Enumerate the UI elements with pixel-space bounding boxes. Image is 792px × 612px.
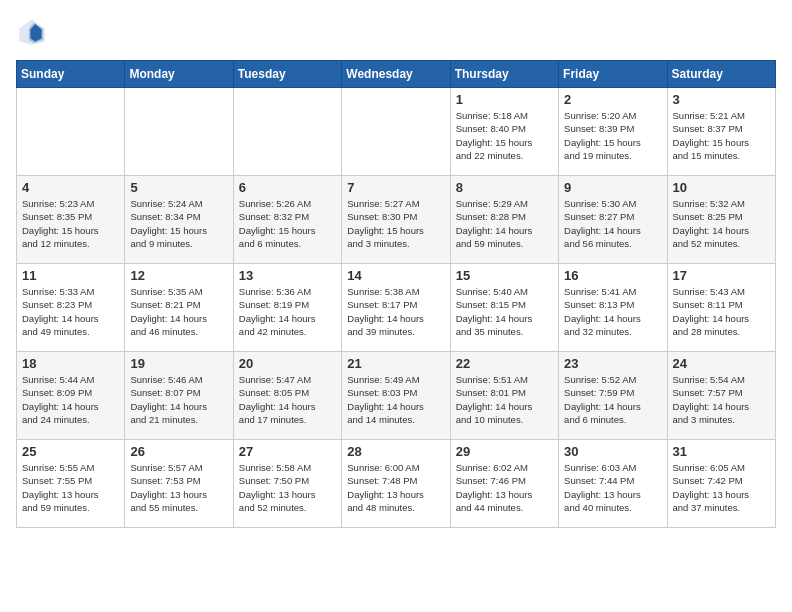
header-day: Monday xyxy=(125,61,233,88)
page-header xyxy=(16,16,776,48)
header-day: Wednesday xyxy=(342,61,450,88)
day-info: Sunrise: 5:38 AM Sunset: 8:17 PM Dayligh… xyxy=(347,285,444,338)
calendar-header: SundayMondayTuesdayWednesdayThursdayFrid… xyxy=(17,61,776,88)
calendar-cell: 6Sunrise: 5:26 AM Sunset: 8:32 PM Daylig… xyxy=(233,176,341,264)
day-info: Sunrise: 5:35 AM Sunset: 8:21 PM Dayligh… xyxy=(130,285,227,338)
calendar-cell: 19Sunrise: 5:46 AM Sunset: 8:07 PM Dayli… xyxy=(125,352,233,440)
day-number: 26 xyxy=(130,444,227,459)
day-number: 13 xyxy=(239,268,336,283)
day-number: 31 xyxy=(673,444,770,459)
calendar-cell xyxy=(342,88,450,176)
day-number: 4 xyxy=(22,180,119,195)
calendar-cell: 24Sunrise: 5:54 AM Sunset: 7:57 PM Dayli… xyxy=(667,352,775,440)
calendar-cell: 4Sunrise: 5:23 AM Sunset: 8:35 PM Daylig… xyxy=(17,176,125,264)
day-number: 25 xyxy=(22,444,119,459)
day-number: 2 xyxy=(564,92,661,107)
day-info: Sunrise: 6:00 AM Sunset: 7:48 PM Dayligh… xyxy=(347,461,444,514)
header-row: SundayMondayTuesdayWednesdayThursdayFrid… xyxy=(17,61,776,88)
day-number: 17 xyxy=(673,268,770,283)
calendar-cell xyxy=(233,88,341,176)
day-info: Sunrise: 5:41 AM Sunset: 8:13 PM Dayligh… xyxy=(564,285,661,338)
day-number: 8 xyxy=(456,180,553,195)
day-number: 27 xyxy=(239,444,336,459)
day-info: Sunrise: 5:58 AM Sunset: 7:50 PM Dayligh… xyxy=(239,461,336,514)
calendar-cell: 15Sunrise: 5:40 AM Sunset: 8:15 PM Dayli… xyxy=(450,264,558,352)
day-info: Sunrise: 5:36 AM Sunset: 8:19 PM Dayligh… xyxy=(239,285,336,338)
day-info: Sunrise: 6:05 AM Sunset: 7:42 PM Dayligh… xyxy=(673,461,770,514)
day-info: Sunrise: 5:55 AM Sunset: 7:55 PM Dayligh… xyxy=(22,461,119,514)
day-info: Sunrise: 5:21 AM Sunset: 8:37 PM Dayligh… xyxy=(673,109,770,162)
day-info: Sunrise: 5:49 AM Sunset: 8:03 PM Dayligh… xyxy=(347,373,444,426)
calendar-cell: 7Sunrise: 5:27 AM Sunset: 8:30 PM Daylig… xyxy=(342,176,450,264)
day-number: 7 xyxy=(347,180,444,195)
calendar-week: 18Sunrise: 5:44 AM Sunset: 8:09 PM Dayli… xyxy=(17,352,776,440)
day-info: Sunrise: 5:20 AM Sunset: 8:39 PM Dayligh… xyxy=(564,109,661,162)
header-day: Friday xyxy=(559,61,667,88)
day-number: 22 xyxy=(456,356,553,371)
day-number: 12 xyxy=(130,268,227,283)
calendar-cell: 20Sunrise: 5:47 AM Sunset: 8:05 PM Dayli… xyxy=(233,352,341,440)
day-number: 5 xyxy=(130,180,227,195)
day-number: 16 xyxy=(564,268,661,283)
day-info: Sunrise: 5:32 AM Sunset: 8:25 PM Dayligh… xyxy=(673,197,770,250)
day-number: 28 xyxy=(347,444,444,459)
calendar-cell: 13Sunrise: 5:36 AM Sunset: 8:19 PM Dayli… xyxy=(233,264,341,352)
day-number: 14 xyxy=(347,268,444,283)
day-info: Sunrise: 5:47 AM Sunset: 8:05 PM Dayligh… xyxy=(239,373,336,426)
day-number: 30 xyxy=(564,444,661,459)
day-number: 10 xyxy=(673,180,770,195)
calendar-cell: 26Sunrise: 5:57 AM Sunset: 7:53 PM Dayli… xyxy=(125,440,233,528)
day-number: 9 xyxy=(564,180,661,195)
calendar-week: 4Sunrise: 5:23 AM Sunset: 8:35 PM Daylig… xyxy=(17,176,776,264)
day-info: Sunrise: 5:23 AM Sunset: 8:35 PM Dayligh… xyxy=(22,197,119,250)
day-info: Sunrise: 5:52 AM Sunset: 7:59 PM Dayligh… xyxy=(564,373,661,426)
day-info: Sunrise: 5:40 AM Sunset: 8:15 PM Dayligh… xyxy=(456,285,553,338)
day-number: 20 xyxy=(239,356,336,371)
calendar-cell: 3Sunrise: 5:21 AM Sunset: 8:37 PM Daylig… xyxy=(667,88,775,176)
header-day: Sunday xyxy=(17,61,125,88)
logo-icon xyxy=(16,16,48,48)
calendar-cell: 10Sunrise: 5:32 AM Sunset: 8:25 PM Dayli… xyxy=(667,176,775,264)
calendar-cell: 25Sunrise: 5:55 AM Sunset: 7:55 PM Dayli… xyxy=(17,440,125,528)
day-number: 21 xyxy=(347,356,444,371)
day-info: Sunrise: 5:54 AM Sunset: 7:57 PM Dayligh… xyxy=(673,373,770,426)
day-info: Sunrise: 5:26 AM Sunset: 8:32 PM Dayligh… xyxy=(239,197,336,250)
day-number: 11 xyxy=(22,268,119,283)
day-info: Sunrise: 6:03 AM Sunset: 7:44 PM Dayligh… xyxy=(564,461,661,514)
calendar-cell: 17Sunrise: 5:43 AM Sunset: 8:11 PM Dayli… xyxy=(667,264,775,352)
day-number: 23 xyxy=(564,356,661,371)
calendar-cell: 2Sunrise: 5:20 AM Sunset: 8:39 PM Daylig… xyxy=(559,88,667,176)
day-number: 15 xyxy=(456,268,553,283)
calendar-cell: 18Sunrise: 5:44 AM Sunset: 8:09 PM Dayli… xyxy=(17,352,125,440)
day-info: Sunrise: 5:57 AM Sunset: 7:53 PM Dayligh… xyxy=(130,461,227,514)
calendar-table: SundayMondayTuesdayWednesdayThursdayFrid… xyxy=(16,60,776,528)
day-info: Sunrise: 5:33 AM Sunset: 8:23 PM Dayligh… xyxy=(22,285,119,338)
day-number: 24 xyxy=(673,356,770,371)
day-info: Sunrise: 5:29 AM Sunset: 8:28 PM Dayligh… xyxy=(456,197,553,250)
day-number: 19 xyxy=(130,356,227,371)
calendar-cell: 16Sunrise: 5:41 AM Sunset: 8:13 PM Dayli… xyxy=(559,264,667,352)
calendar-cell: 31Sunrise: 6:05 AM Sunset: 7:42 PM Dayli… xyxy=(667,440,775,528)
calendar-cell xyxy=(17,88,125,176)
calendar-week: 11Sunrise: 5:33 AM Sunset: 8:23 PM Dayli… xyxy=(17,264,776,352)
day-number: 6 xyxy=(239,180,336,195)
day-number: 29 xyxy=(456,444,553,459)
calendar-cell: 12Sunrise: 5:35 AM Sunset: 8:21 PM Dayli… xyxy=(125,264,233,352)
header-day: Saturday xyxy=(667,61,775,88)
day-info: Sunrise: 5:44 AM Sunset: 8:09 PM Dayligh… xyxy=(22,373,119,426)
day-info: Sunrise: 5:46 AM Sunset: 8:07 PM Dayligh… xyxy=(130,373,227,426)
day-info: Sunrise: 5:24 AM Sunset: 8:34 PM Dayligh… xyxy=(130,197,227,250)
calendar-cell: 27Sunrise: 5:58 AM Sunset: 7:50 PM Dayli… xyxy=(233,440,341,528)
day-info: Sunrise: 5:43 AM Sunset: 8:11 PM Dayligh… xyxy=(673,285,770,338)
calendar-cell: 11Sunrise: 5:33 AM Sunset: 8:23 PM Dayli… xyxy=(17,264,125,352)
logo xyxy=(16,16,52,48)
day-info: Sunrise: 5:30 AM Sunset: 8:27 PM Dayligh… xyxy=(564,197,661,250)
calendar-cell: 14Sunrise: 5:38 AM Sunset: 8:17 PM Dayli… xyxy=(342,264,450,352)
day-info: Sunrise: 6:02 AM Sunset: 7:46 PM Dayligh… xyxy=(456,461,553,514)
calendar-cell: 22Sunrise: 5:51 AM Sunset: 8:01 PM Dayli… xyxy=(450,352,558,440)
calendar-cell xyxy=(125,88,233,176)
calendar-cell: 5Sunrise: 5:24 AM Sunset: 8:34 PM Daylig… xyxy=(125,176,233,264)
calendar-cell: 9Sunrise: 5:30 AM Sunset: 8:27 PM Daylig… xyxy=(559,176,667,264)
calendar-cell: 1Sunrise: 5:18 AM Sunset: 8:40 PM Daylig… xyxy=(450,88,558,176)
day-info: Sunrise: 5:27 AM Sunset: 8:30 PM Dayligh… xyxy=(347,197,444,250)
